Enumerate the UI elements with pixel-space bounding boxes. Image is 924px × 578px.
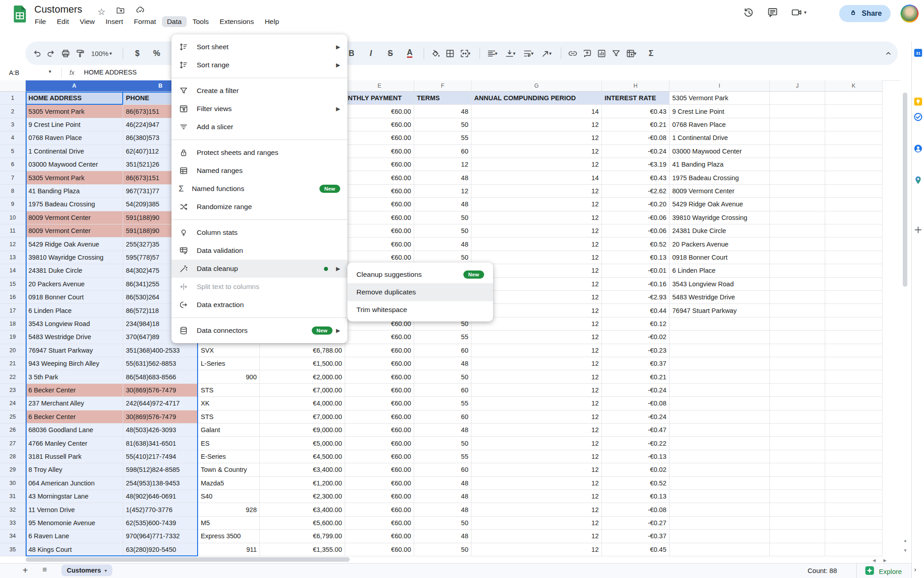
italic-button[interactable]: I <box>363 46 379 61</box>
cell-A23[interactable]: 6 Becker Center <box>26 384 123 397</box>
cell-C26[interactable]: Galant <box>198 424 260 437</box>
cell-K32[interactable] <box>825 503 882 516</box>
cell-F29[interactable]: 60 <box>414 463 471 476</box>
toolbar-collapse-button[interactable] <box>881 46 896 61</box>
menu-item-split-text-to-columns[interactable]: Split text to columns <box>171 278 347 296</box>
cell-I19[interactable] <box>670 331 770 344</box>
column-header-E[interactable]: E <box>345 80 414 92</box>
cell-I11[interactable]: 24381 Duke Circle <box>670 224 770 238</box>
cell-F30[interactable]: 48 <box>414 477 471 490</box>
cell-A21[interactable]: 943 Weeping Birch Alley <box>26 357 123 370</box>
side-panel-keep-icon[interactable] <box>913 97 923 107</box>
insert-chart-button[interactable] <box>596 48 607 59</box>
cell-J4[interactable] <box>770 131 825 144</box>
cell-J30[interactable] <box>770 477 825 490</box>
cell-F1[interactable]: TERMS <box>414 92 471 105</box>
cell-I26[interactable] <box>670 424 770 437</box>
menubar-item-view[interactable]: View <box>75 16 100 27</box>
row-header-6[interactable]: 6 <box>0 158 26 171</box>
cell-H20[interactable]: -€0.23 <box>602 344 670 357</box>
cell-I27[interactable] <box>670 437 770 450</box>
cell-B34[interactable]: 970(964)771-7332 <box>123 530 198 543</box>
row-header-16[interactable]: 16 <box>0 291 26 304</box>
cell-F22[interactable]: 50 <box>414 370 471 383</box>
cell-C32[interactable]: 928 <box>198 503 260 516</box>
cell-G1[interactable]: ANNUAL COMPUNDING PERIOD <box>471 92 602 105</box>
cell-J34[interactable] <box>770 530 825 543</box>
row-header-35[interactable]: 35 <box>0 543 26 556</box>
row-header-13[interactable]: 13 <box>0 251 26 264</box>
version-history-button[interactable] <box>743 6 755 19</box>
cell-E32[interactable]: €60.00 <box>345 503 414 516</box>
menu-item-data-connectors[interactable]: Data connectorsNew▶ <box>171 322 347 340</box>
cell-J25[interactable] <box>770 410 825 424</box>
cell-A26[interactable]: 68036 Goodland Lane <box>26 424 123 437</box>
cell-H1[interactable]: INTEREST RATE <box>602 92 670 105</box>
cell-A34[interactable]: 6 Raven Lane <box>26 530 123 543</box>
cell-D26[interactable]: €9,000.00 <box>260 424 345 437</box>
cell-K24[interactable] <box>825 397 882 410</box>
align-left-button[interactable]: ▾ <box>486 48 500 59</box>
cell-E20[interactable]: €60.00 <box>345 344 414 357</box>
cell-C23[interactable]: STS <box>198 384 260 397</box>
name-box[interactable]: A:B <box>9 65 45 80</box>
cell-G30[interactable]: 12 <box>471 477 602 490</box>
cell-J19[interactable] <box>770 331 825 344</box>
cell-I22[interactable] <box>670 370 770 383</box>
cell-H2[interactable]: €0.43 <box>602 105 670 118</box>
cell-H16[interactable]: -€2.93 <box>602 291 670 304</box>
cell-A16[interactable]: 0918 Bonner Court <box>26 291 123 304</box>
cell-F31[interactable]: 48 <box>414 490 471 503</box>
cell-J3[interactable] <box>770 118 825 131</box>
format-currency-button[interactable]: $ <box>129 46 145 61</box>
cell-B32[interactable]: 1(452)770-3776 <box>123 503 198 516</box>
cell-H23[interactable]: -€0.24 <box>602 384 670 397</box>
cell-K4[interactable] <box>825 131 882 144</box>
cell-A31[interactable]: 43 Morningstar Lane <box>26 490 123 503</box>
redo-button[interactable] <box>46 48 56 59</box>
cell-G25[interactable]: 12 <box>471 410 602 424</box>
submenu-item-cleanup-suggestions[interactable]: Cleanup suggestionsNew <box>347 266 493 284</box>
cell-A32[interactable]: 11 Vernon Drive <box>26 503 123 516</box>
menu-item-sort-sheet[interactable]: Sort sheet▶ <box>171 38 347 56</box>
menubar-item-extensions[interactable]: Extensions <box>215 16 259 27</box>
all-sheets-icon[interactable]: ≡ <box>42 565 47 574</box>
cell-J20[interactable] <box>770 344 825 357</box>
insert-link-button[interactable] <box>568 48 578 59</box>
cell-F23[interactable]: 60 <box>414 384 471 397</box>
cell-A12[interactable]: 5429 Ridge Oak Avenue <box>26 238 123 251</box>
menubar-item-data[interactable]: Data <box>162 16 187 27</box>
cell-I35[interactable] <box>670 543 770 556</box>
row-header-30[interactable]: 30 <box>0 477 26 490</box>
menubar-item-format[interactable]: Format <box>129 16 161 27</box>
cell-D28[interactable]: €4,500.00 <box>260 450 345 463</box>
cell-E34[interactable]: €60.00 <box>345 530 414 543</box>
cell-E30[interactable]: €60.00 <box>345 477 414 490</box>
cell-I32[interactable] <box>670 503 770 516</box>
cell-D20[interactable]: €6,788.00 <box>260 344 345 357</box>
cell-I20[interactable] <box>670 344 770 357</box>
menu-item-named-ranges[interactable]: Named ranges <box>171 162 347 180</box>
row-header-28[interactable]: 28 <box>0 450 26 463</box>
cell-C29[interactable]: Town & Country <box>198 463 260 476</box>
align-bottom-button[interactable]: ▾ <box>504 48 518 59</box>
submenu-item-trim-whitespace[interactable]: Trim whitespace <box>347 301 493 319</box>
row-header-32[interactable]: 32 <box>0 503 26 516</box>
cell-G10[interactable]: 12 <box>471 211 602 224</box>
cell-A3[interactable]: 9 Crest Line Point <box>26 118 123 131</box>
cell-A9[interactable]: 1975 Badeau Crossing <box>26 198 123 211</box>
cell-D25[interactable]: €7,000.00 <box>260 410 345 424</box>
scroll-up-icon[interactable]: ▲ <box>903 538 907 543</box>
side-panel-add-icon[interactable] <box>913 225 923 235</box>
submenu-item-remove-duplicates[interactable]: Remove duplicates <box>347 283 493 301</box>
cell-A17[interactable]: 6 Linden Place <box>26 304 123 317</box>
sheets-logo-icon[interactable] <box>13 5 27 25</box>
cell-J32[interactable] <box>770 503 825 516</box>
cell-G32[interactable]: 12 <box>471 503 602 516</box>
cloud-check-button[interactable] <box>135 5 145 18</box>
cell-E29[interactable]: €60.00 <box>345 463 414 476</box>
cell-K2[interactable] <box>825 105 882 118</box>
cell-J10[interactable] <box>770 211 825 224</box>
cell-I21[interactable] <box>670 357 770 370</box>
cell-A1[interactable]: HOME ADDRESS <box>26 92 123 105</box>
